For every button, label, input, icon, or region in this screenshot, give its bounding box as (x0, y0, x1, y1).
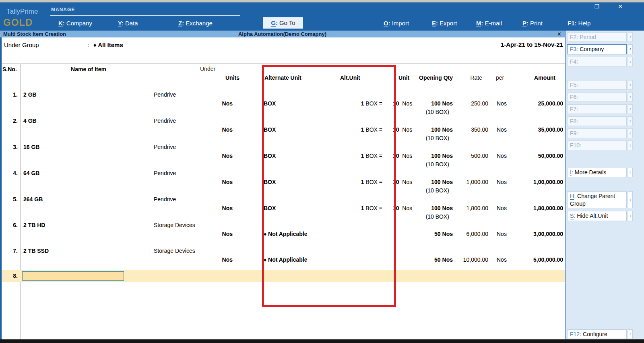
menu-print[interactable]: P:Print (522, 19, 543, 28)
tallyprime-window: TallyPrime GOLD MANAGE G:Go To — ❐ ✕ K:C… (0, 0, 644, 343)
sidebar-button-configure[interactable]: F12:Configure (567, 329, 627, 339)
menu-key: P (522, 20, 526, 27)
sidebar-button-change-parent-group[interactable]: H:Change Parent Group (567, 191, 627, 208)
chevron-left-icon[interactable]: ‹ (628, 191, 633, 208)
menu-label: Exchange (186, 20, 213, 27)
item-opening-qty-alt: (10 BOX) (402, 161, 449, 168)
chevron-left-icon[interactable]: ‹ (628, 168, 633, 177)
item-unit-part: 10 (393, 205, 399, 211)
under-group-value[interactable]: ♦ All Items (93, 41, 123, 48)
header-rate: Rate (451, 74, 482, 81)
sidebar-key: F4 (570, 58, 576, 65)
item-sno: 2. (3, 117, 18, 124)
sidebar-key: F2 (570, 34, 576, 40)
item-amount: 35,000.00 (513, 126, 563, 133)
item-unit-part: 10 (393, 179, 399, 185)
item-rate: 250.00 (453, 100, 488, 107)
sidebar-label: Configure (583, 331, 607, 337)
menu-label: E-mail (485, 20, 502, 27)
table-header-rule (2, 82, 565, 82)
item-alt-conversion-part: BOX = (364, 179, 382, 185)
item-alt-conversion-part: BOX = (364, 126, 382, 133)
header-under: Under (200, 65, 215, 72)
menu-import[interactable]: O:Import (384, 19, 409, 28)
bottom-bar (0, 339, 644, 343)
manage-section-label: MANAGE (51, 7, 75, 12)
sidebar-button-more-details[interactable]: I:More Details (567, 168, 627, 177)
chevron-left-icon: ‹ (628, 116, 633, 126)
item-units: Nos (200, 178, 233, 186)
chevron-left-icon[interactable]: ‹ (628, 329, 633, 339)
item-alt-conversion-part: BOX = (364, 100, 382, 107)
sidebar-button-hide-alt-unit[interactable]: S:Hide Alt.Unit (567, 211, 627, 221)
chevron-left-icon: ‹ (628, 104, 633, 114)
item-unit-part: 10 (393, 126, 399, 133)
restore-icon[interactable]: ❐ (591, 3, 603, 10)
app-name: TallyPrime (6, 8, 38, 16)
minimize-icon[interactable]: — (568, 3, 580, 10)
item-opening-qty: 50 Nos (402, 230, 453, 238)
item-sno: 3. (3, 143, 18, 151)
menu-export[interactable]: E:Export (432, 19, 457, 28)
item-rate-per: Nos (497, 152, 507, 159)
sidebar-button-f6: F6: (567, 92, 627, 102)
menu-help[interactable]: F1:Help (568, 19, 590, 28)
item-rate-per: Nos (497, 256, 507, 263)
sidebar-key: F9 (570, 130, 576, 136)
item-units: Nos (200, 126, 233, 133)
content-left-border (0, 37, 2, 339)
new-item-name-input[interactable] (22, 271, 124, 281)
company-name: Alpha Automation(Demo Comapny) (0, 31, 565, 37)
header-name-of-item: Name of Item (23, 66, 154, 73)
menu-data[interactable]: Y:Data (118, 19, 138, 28)
menu-key: Z (178, 20, 182, 27)
screen-title: Multi Stock Item Creation (3, 31, 66, 37)
item-opening-qty-alt: (10 BOX) (402, 134, 449, 142)
sidebar-button-f10: F10: (567, 141, 627, 150)
item-under-group: Storage Devices (154, 221, 195, 229)
item-opening-qty-alt: (10 BOX) (402, 108, 449, 116)
item-units: Nos (200, 205, 233, 212)
item-alternate-unit: BOX (264, 152, 276, 159)
item-name: 2 GB (23, 91, 37, 98)
item-under-group: Pendrive (154, 143, 176, 151)
item-alt-conversion: 1 BOX = (337, 152, 382, 159)
close-icon[interactable]: ✕ (614, 3, 626, 10)
item-name: 4 GB (23, 117, 37, 124)
table-under-rule (155, 73, 565, 73)
item-sno: 5. (3, 196, 18, 203)
menu-exchange[interactable]: Z:Exchange (178, 19, 213, 28)
item-rate-per: Nos (497, 178, 507, 186)
menu-label: Help (578, 20, 591, 27)
goto-button[interactable]: G:Go To (263, 17, 303, 29)
header-units: Units (209, 74, 239, 81)
menu-key: E (432, 20, 436, 27)
item-rate-per: Nos (497, 205, 507, 212)
screen-close-icon[interactable]: ✕ (557, 31, 561, 37)
sidebar-key: H (570, 193, 574, 199)
sidebar-label: Change Parent Group (570, 193, 615, 207)
item-alt-conversion: 1 BOX = (337, 205, 382, 212)
sidebar-button-period: F2:Period (567, 32, 627, 42)
sidebar-key: I (570, 169, 572, 176)
chevron-left-icon[interactable]: ‹ (628, 44, 633, 54)
menu-label: Import (392, 20, 409, 27)
menu-company[interactable]: K:Company (58, 19, 92, 28)
item-amount: 50,000.00 (513, 152, 563, 159)
sidebar-label: Period (580, 34, 596, 40)
menu-label: Print (530, 20, 543, 27)
item-sno: 6. (3, 221, 18, 229)
table-top-rule (2, 64, 565, 64)
item-name: 64 GB (23, 169, 39, 177)
sidebar-button-company[interactable]: F3:Company (567, 44, 627, 54)
menu-e-mail[interactable]: M:E-mail (476, 19, 502, 28)
sidebar-label: Hide Alt.Unit (577, 213, 608, 219)
chevron-left-icon[interactable]: ‹ (628, 211, 633, 221)
item-rate-per: Nos (497, 230, 507, 238)
item-alternate-unit: ♦ Not Applicable (264, 230, 308, 238)
menu-key: K (58, 20, 63, 27)
menu-key: O (384, 20, 388, 27)
sidebar-key: F6 (570, 94, 576, 100)
header-per: per (496, 74, 504, 81)
item-units: Nos (200, 256, 233, 263)
